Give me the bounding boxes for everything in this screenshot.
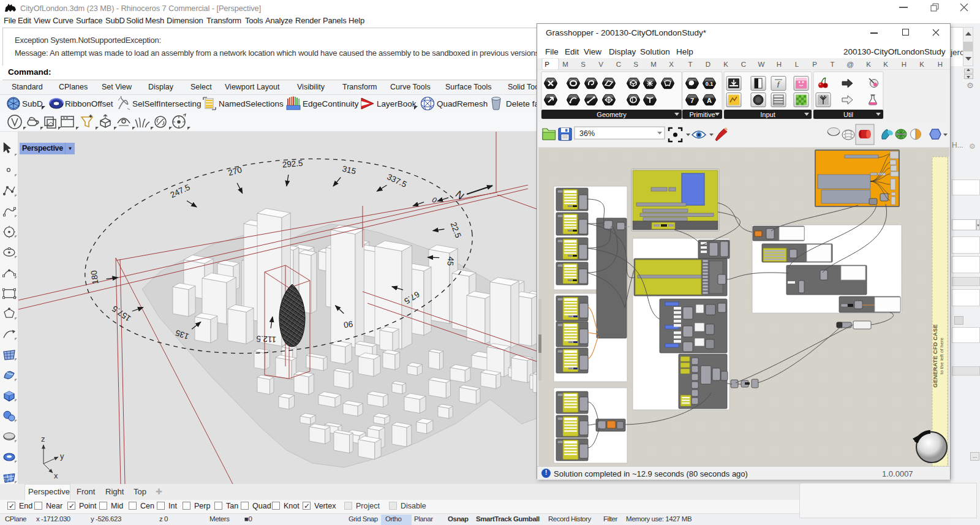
svg-text:»: » xyxy=(5,475,9,482)
svg-text:EdgeContinuity: EdgeContinuity xyxy=(303,99,359,108)
svg-text:D: D xyxy=(706,61,710,68)
svg-text:90: 90 xyxy=(343,319,353,330)
svg-text:T: T xyxy=(830,61,834,68)
svg-text:S: S xyxy=(633,61,638,68)
svg-text:H: H xyxy=(902,61,907,68)
svg-text:z: z xyxy=(41,434,45,444)
svg-text:292.5: 292.5 xyxy=(282,159,303,170)
svg-text:@: @ xyxy=(846,61,854,68)
svg-text:QuadRemesh: QuadRemesh xyxy=(437,99,488,108)
svg-text:7: 7 xyxy=(690,97,694,104)
svg-text:SelSelfIntersecting: SelSelfIntersecting xyxy=(132,99,202,108)
svg-text:36%: 36% xyxy=(579,129,595,138)
svg-text:P: P xyxy=(812,61,817,68)
svg-text:y: y xyxy=(60,451,64,461)
svg-text:K: K xyxy=(883,61,888,68)
svg-text:W: W xyxy=(758,61,765,68)
svg-text:Primitive: Primitive xyxy=(689,111,715,118)
svg-text:C: C xyxy=(616,61,621,68)
svg-text:LayerBook: LayerBook xyxy=(377,99,417,108)
svg-text:315: 315 xyxy=(341,164,356,176)
svg-text:22.5: 22.5 xyxy=(449,221,463,240)
svg-text:Delete fa: Delete fa xyxy=(506,99,539,108)
svg-text:X: X xyxy=(669,61,674,68)
svg-text:to the left of here: to the left of here xyxy=(939,337,944,374)
svg-text:M: M xyxy=(650,61,657,68)
svg-text:S: S xyxy=(581,61,586,68)
svg-text:RibbonOffset: RibbonOffset xyxy=(65,99,113,108)
svg-text:270: 270 xyxy=(227,165,243,177)
svg-text:0.1: 0.1 xyxy=(706,81,714,87)
svg-text:C: C xyxy=(741,61,746,68)
svg-text:P: P xyxy=(545,61,549,68)
svg-text:H: H xyxy=(777,61,782,68)
svg-text:NamedSelections: NamedSelections xyxy=(219,99,284,108)
svg-text:SubD: SubD xyxy=(22,99,43,108)
svg-text:ƒ: ƒ xyxy=(777,79,781,88)
svg-text:Input: Input xyxy=(760,111,775,118)
svg-text:T: T xyxy=(688,61,692,68)
svg-text:H: H xyxy=(938,61,943,68)
svg-text:L: L xyxy=(795,61,799,68)
svg-text:0: 0 xyxy=(431,195,439,205)
svg-text:K: K xyxy=(866,61,871,68)
svg-text:M: M xyxy=(562,61,568,68)
svg-text:K: K xyxy=(723,61,728,68)
svg-text:K: K xyxy=(919,61,924,68)
svg-text:112.5: 112.5 xyxy=(256,334,277,344)
svg-text:337.5: 337.5 xyxy=(385,172,408,189)
svg-text:45: 45 xyxy=(445,256,455,266)
svg-text:GENERATE CFD CASE: GENERATE CFD CASE xyxy=(932,324,938,387)
svg-text:Util: Util xyxy=(843,111,853,118)
svg-text:A: A xyxy=(707,97,712,104)
svg-text:Geometry: Geometry xyxy=(597,111,627,118)
svg-text:V: V xyxy=(598,61,603,68)
svg-text:180: 180 xyxy=(89,270,100,284)
svg-text:x: x xyxy=(54,471,58,480)
svg-text:247.5: 247.5 xyxy=(169,183,192,200)
